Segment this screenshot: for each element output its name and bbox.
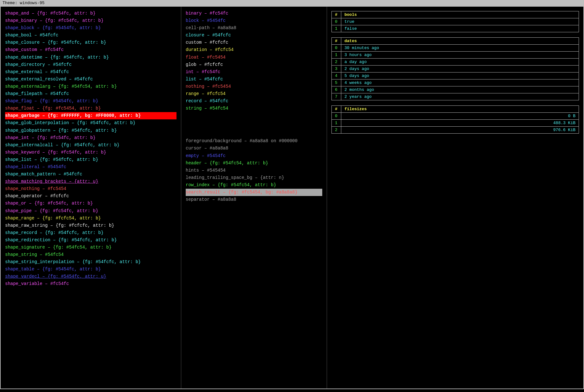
left-col-line: shape_filepath – #54fcfc: [5, 90, 176, 98]
table-row: 32 days ago: [332, 66, 579, 73]
row-num: 1: [332, 120, 341, 127]
mid-col-line: search_result – {fg: #fc5454, bg: #a8a8a…: [186, 189, 322, 196]
mid-col-line: list – #54fcfc: [186, 76, 322, 83]
bools-hash-header: #: [332, 11, 341, 18]
row-val: 2 months ago: [341, 86, 579, 93]
row-val: 0 B: [341, 113, 579, 120]
filesizes-table: # filesizes 00 B1488.3 KiB2976.6 KiB: [331, 105, 579, 134]
row-num: 5: [332, 79, 341, 86]
row-val: 4 weeks ago: [341, 79, 579, 86]
title-bar: Theme: windows-95: [0, 0, 584, 6]
table-row: 030 minutes ago: [332, 45, 579, 52]
row-val: false: [341, 25, 579, 32]
dates-hash-header: #: [332, 38, 341, 45]
row-num: 7: [332, 93, 341, 100]
left-col-line: shape_range – {fg: #fcfc54, attr: b}: [5, 215, 176, 222]
row-num: 0: [332, 18, 341, 25]
table-row: 2976.6 KiB: [332, 127, 579, 134]
table-row: 1488.3 KiB: [332, 120, 579, 127]
mid-col-line: hints – #545454: [186, 167, 322, 174]
table-row: 45 days ago: [332, 73, 579, 79]
left-col-line: shape_matching_brackets – {attr: u}: [5, 178, 176, 185]
mid-col-line: string – #54fc54: [186, 105, 322, 112]
mid-col-line: row_index – {fg: #54fc54, attr: b}: [186, 181, 322, 189]
table-row: 2a day ago: [332, 59, 579, 66]
left-col-line: shape_closure – {fg: #54fcfc, attr: b}: [5, 39, 176, 46]
row-num: 1: [332, 52, 341, 59]
row-val: 2 days ago: [341, 66, 579, 73]
left-col-line: shape_externalarg – {fg: #54fc54, attr: …: [5, 83, 176, 90]
left-col-line: shape_list – {fg: #54fcfc, attr: b}: [5, 156, 176, 163]
row-num: 2: [332, 59, 341, 66]
mid-col-line: record – #54fcfc: [186, 98, 322, 105]
left-col-line: shape_literal – #5454fc: [5, 163, 176, 171]
filesizes-hash-header: #: [332, 106, 341, 113]
mid-col-line: nothing – #fc5454: [186, 83, 322, 90]
left-col-line: shape_float – {fg: #fc5454, attr: b}: [5, 105, 176, 112]
left-col-line: shape_block – {fg: #5454fc, attr: b}: [5, 24, 176, 32]
right-column: # bools 0true1false # dates 030 minutes …: [327, 7, 583, 389]
mid-col-line: leading_trailing_space_bg – {attr: n}: [186, 174, 322, 181]
bools-label-header: bools: [341, 11, 579, 18]
table-row: 62 months ago: [332, 86, 579, 93]
row-val: 2 years ago: [341, 93, 579, 100]
table-row: 54 weeks ago: [332, 79, 579, 86]
left-col-line: shape_record – {fg: #54fcfc, attr: b}: [5, 229, 176, 237]
mid-col-line: duration – #fcfc54: [186, 46, 322, 54]
left-col-line: shape_or – {fg: #fc54fc, attr: b}: [5, 200, 176, 207]
left-column: shape_and – {fg: #fc54fc, attr: b}shape_…: [1, 7, 181, 389]
left-col-line: shape_signature – {fg: #54fc54, attr: b}: [5, 244, 176, 251]
dates-label-header: dates: [341, 38, 579, 45]
left-col-line: shape_string – #54fc54: [5, 251, 176, 258]
table-row: 00 B: [332, 113, 579, 120]
row-num: 3: [332, 66, 341, 73]
row-val: 3 hours ago: [341, 52, 579, 59]
dates-table: # dates 030 minutes ago13 hours ago2a da…: [331, 37, 579, 100]
row-val: true: [341, 18, 579, 25]
left-col-line: shape_datetime – {fg: #54fcfc, attr: b}: [5, 54, 176, 61]
left-col-line: shape_bool – #54fcfc: [5, 32, 176, 39]
left-col-line: shape_int – {fg: #fc54fc, attr: b}: [5, 134, 176, 142]
mid-col-line: separator – #a8a8a8: [186, 196, 322, 203]
mid-col-line: glob – #fcfcfc: [186, 61, 322, 68]
mid-column: binary – #fc54fcblock – #5454fccell-path…: [181, 7, 327, 389]
left-col-line: shape_keyword – {fg: #fc54fc, attr: b}: [5, 149, 176, 156]
row-num: 0: [332, 113, 341, 120]
left-col-line: shape_internalcall – {fg: #54fcfc, attr:…: [5, 142, 176, 149]
left-col-line: shape_vardecl – {fg: #5454fc, attr: u}: [5, 273, 176, 280]
row-val: 5 days ago: [341, 73, 579, 79]
mid-col-line: foreground/background – #a8a8a8 on #0000…: [186, 137, 322, 145]
left-col-line: shape_and – {fg: #fc54fc, attr: b}: [5, 10, 176, 17]
left-col-line: shape_pipe – {fg: #fc54fc, attr: b}: [5, 207, 176, 215]
left-col-line: shape_globpattern – {fg: #54fcfc, attr: …: [5, 127, 176, 134]
table-row: 0true: [332, 18, 579, 25]
left-col-line: shape_raw_string – {fg: #fcfcfc, attr: b…: [5, 222, 176, 229]
table-row: 72 years ago: [332, 93, 579, 100]
mid-col-line: cell-path – #a8a8a8: [186, 24, 322, 32]
title-text: Theme: windows-95: [3, 1, 45, 5]
mid-col-line: block – #5454fc: [186, 17, 322, 24]
row-val: 976.6 KiB: [341, 127, 579, 134]
mid-col-line: custom – #fcfcfc: [186, 39, 322, 46]
mid-col-line: range – #fcfc54: [186, 90, 322, 98]
left-col-line: shape_glob_interpolation – {fg: #54fcfc,…: [5, 119, 176, 127]
left-col-line: shape_variable – #fc54fc: [5, 280, 176, 288]
mid-col-line: header – {fg: #54fc54, attr: b}: [186, 160, 322, 167]
left-col-line: shape_directory – #54fcfc: [5, 61, 176, 68]
left-col-line: shape_nothing – #fc5454: [5, 185, 176, 193]
left-col-line: shape_external – #54fcfc: [5, 68, 176, 76]
left-col-line: shape_operator – #fcfcfc: [5, 193, 176, 200]
left-col-line: shape_binary – {fg: #fc54fc, attr: b}: [5, 17, 176, 24]
row-num: 4: [332, 73, 341, 79]
row-val: 30 minutes ago: [341, 45, 579, 52]
mid-col-line: int – #fc54fc: [186, 68, 322, 76]
left-col-line: shape_custom – #fc54fc: [5, 46, 176, 54]
left-col-line: shape_flag – {fg: #5454fc, attr: b}: [5, 98, 176, 105]
left-col-line: shape_external_resolved – #54fcfc: [5, 76, 176, 83]
left-col-line: shape_redirection – {fg: #54fcfc, attr: …: [5, 237, 176, 244]
mid-col-line: float – #fc5454: [186, 54, 322, 61]
row-num: 2: [332, 127, 341, 134]
left-col-line: shape_match_pattern – #54fcfc: [5, 171, 176, 178]
row-val: 488.3 KiB: [341, 120, 579, 127]
mid-col-line: binary – #fc54fc: [186, 10, 322, 17]
